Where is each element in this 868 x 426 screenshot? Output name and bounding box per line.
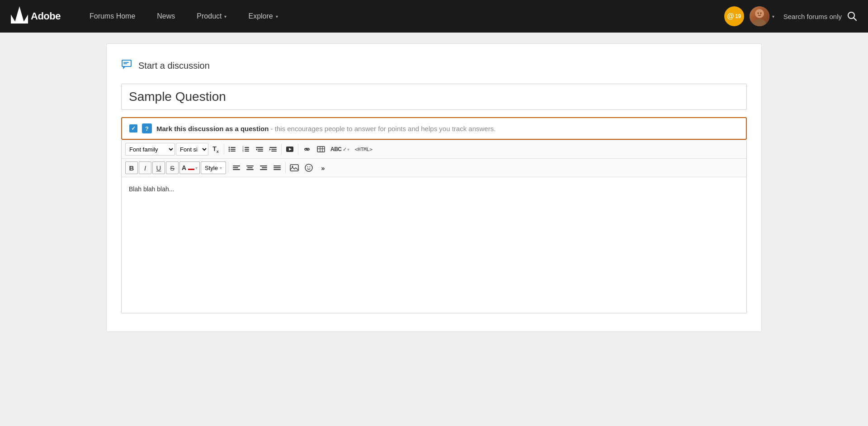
question-label: Mark this discussion as a question - thi… bbox=[156, 125, 495, 133]
svg-rect-23 bbox=[245, 147, 249, 148]
style-label: Style bbox=[205, 165, 218, 171]
navbar-right: @ 19 ▾ Search forums only bbox=[724, 6, 857, 26]
separator-5 bbox=[285, 162, 286, 173]
nav-news[interactable]: News bbox=[146, 0, 186, 33]
svg-rect-24 bbox=[245, 149, 249, 150]
italic-button[interactable]: I bbox=[139, 161, 151, 174]
notification-button[interactable]: @ 19 bbox=[724, 6, 744, 26]
svg-point-54 bbox=[292, 166, 293, 167]
outdent-button[interactable] bbox=[253, 143, 266, 156]
ordered-list-button[interactable]: 1 2 3 bbox=[240, 143, 252, 156]
content-card: Start a discussion ✓ ? Mark this discuss… bbox=[106, 43, 762, 332]
adobe-logo-icon bbox=[11, 6, 28, 27]
align-right-button[interactable] bbox=[257, 161, 270, 174]
question-mark-row: ✓ ? Mark this discussion as a question -… bbox=[121, 117, 747, 140]
bold-button[interactable]: B bbox=[125, 161, 138, 174]
nav-explore-label: Explore bbox=[248, 12, 273, 20]
question-badge-icon: ? bbox=[145, 125, 149, 132]
question-label-hint: - this encourages people to answer for p… bbox=[269, 125, 495, 133]
nav-product-chevron-icon: ▾ bbox=[224, 14, 226, 19]
align-justify-button[interactable] bbox=[271, 161, 283, 174]
html-button[interactable]: <HTML> bbox=[353, 143, 375, 156]
editor-text: Blah blah blah... bbox=[129, 185, 174, 193]
more-options-button[interactable]: » bbox=[316, 161, 329, 174]
clear-format-button[interactable]: Tx bbox=[209, 143, 222, 156]
notification-count: 19 bbox=[735, 13, 741, 19]
nav-explore[interactable]: Explore ▾ bbox=[237, 0, 288, 33]
svg-point-16 bbox=[229, 151, 230, 152]
check-icon: ✓ bbox=[343, 147, 347, 152]
question-checkbox[interactable]: ✓ bbox=[129, 124, 137, 133]
svg-rect-50 bbox=[274, 166, 281, 166]
nav-product-label: Product bbox=[197, 12, 222, 20]
svg-point-3 bbox=[755, 9, 764, 18]
insert-image-button[interactable] bbox=[288, 161, 301, 174]
abc-icon: ABC bbox=[330, 146, 342, 152]
title-input[interactable] bbox=[121, 84, 747, 110]
navbar-links: Forums Home News Product ▾ Explore ▾ bbox=[79, 0, 724, 33]
emoji-button[interactable] bbox=[302, 161, 316, 174]
style-chevron-icon: ▾ bbox=[220, 166, 222, 170]
underline-button[interactable]: U bbox=[152, 161, 165, 174]
svg-point-4 bbox=[753, 19, 766, 26]
align-center-button[interactable] bbox=[244, 161, 256, 174]
svg-point-15 bbox=[229, 149, 230, 150]
editor-content[interactable]: Blah blah blah... bbox=[122, 177, 746, 313]
insert-link-button[interactable] bbox=[300, 143, 314, 156]
separator-2 bbox=[281, 144, 282, 155]
svg-rect-12 bbox=[123, 62, 129, 63]
nav-forums-home[interactable]: Forums Home bbox=[79, 0, 146, 33]
adobe-wordmark: Adobe bbox=[31, 10, 61, 22]
svg-rect-27 bbox=[258, 149, 263, 150]
nav-product[interactable]: Product ▾ bbox=[186, 0, 237, 33]
svg-rect-30 bbox=[269, 147, 277, 148]
indent-button[interactable] bbox=[267, 143, 279, 156]
editor-wrapper: Font family Font si Tx bbox=[121, 140, 747, 313]
tx-icon: Tx bbox=[212, 145, 219, 154]
insert-table-button[interactable] bbox=[315, 143, 327, 156]
avatar-image bbox=[750, 6, 769, 26]
avatar-button[interactable] bbox=[750, 6, 769, 26]
insert-video-button[interactable] bbox=[283, 143, 296, 156]
question-badge: ? bbox=[142, 123, 152, 133]
svg-rect-31 bbox=[271, 149, 277, 150]
separator-1 bbox=[224, 144, 224, 155]
nav-forums-home-label: Forums Home bbox=[90, 12, 135, 20]
nav-news-label: News bbox=[157, 12, 175, 20]
svg-point-5 bbox=[757, 13, 759, 14]
unordered-list-button[interactable] bbox=[226, 143, 239, 156]
discussion-icon bbox=[121, 58, 133, 73]
html-icon: <HTML> bbox=[355, 147, 373, 152]
svg-rect-45 bbox=[247, 167, 253, 168]
svg-point-14 bbox=[229, 147, 230, 148]
nav-explore-chevron-icon: ▾ bbox=[276, 14, 278, 19]
spellcheck-button[interactable]: ABC ✓ ▾ bbox=[328, 143, 352, 156]
svg-marker-29 bbox=[256, 148, 257, 151]
svg-rect-18 bbox=[231, 149, 236, 150]
strikethrough-button[interactable]: S bbox=[166, 161, 179, 174]
logo[interactable]: Adobe bbox=[11, 6, 61, 27]
svg-point-55 bbox=[305, 164, 312, 171]
style-dropdown[interactable]: Style ▾ bbox=[201, 161, 226, 174]
navbar: Adobe Forums Home News Product ▾ Explore… bbox=[0, 0, 868, 33]
align-left-button[interactable] bbox=[230, 161, 243, 174]
toolbar-row-2: B I U S A bbox=[122, 159, 746, 177]
svg-rect-42 bbox=[233, 167, 238, 168]
text-color-icon: A bbox=[182, 164, 194, 171]
svg-rect-44 bbox=[246, 166, 254, 166]
svg-rect-51 bbox=[274, 167, 281, 168]
text-color-button[interactable]: A ▾ bbox=[179, 161, 200, 174]
bold-icon: B bbox=[129, 164, 134, 172]
at-icon: @ bbox=[727, 12, 734, 20]
avatar-chevron-icon[interactable]: ▾ bbox=[772, 14, 774, 19]
search-label: Search forums only bbox=[783, 13, 842, 20]
font-size-select[interactable]: Font si bbox=[176, 143, 208, 156]
svg-rect-28 bbox=[258, 151, 263, 151]
search-button[interactable] bbox=[847, 11, 857, 21]
svg-rect-32 bbox=[271, 151, 277, 151]
svg-rect-52 bbox=[274, 169, 281, 170]
svg-point-57 bbox=[309, 166, 310, 167]
font-family-select[interactable]: Font family bbox=[125, 143, 175, 156]
svg-rect-46 bbox=[246, 169, 254, 170]
separator-4 bbox=[228, 162, 228, 173]
